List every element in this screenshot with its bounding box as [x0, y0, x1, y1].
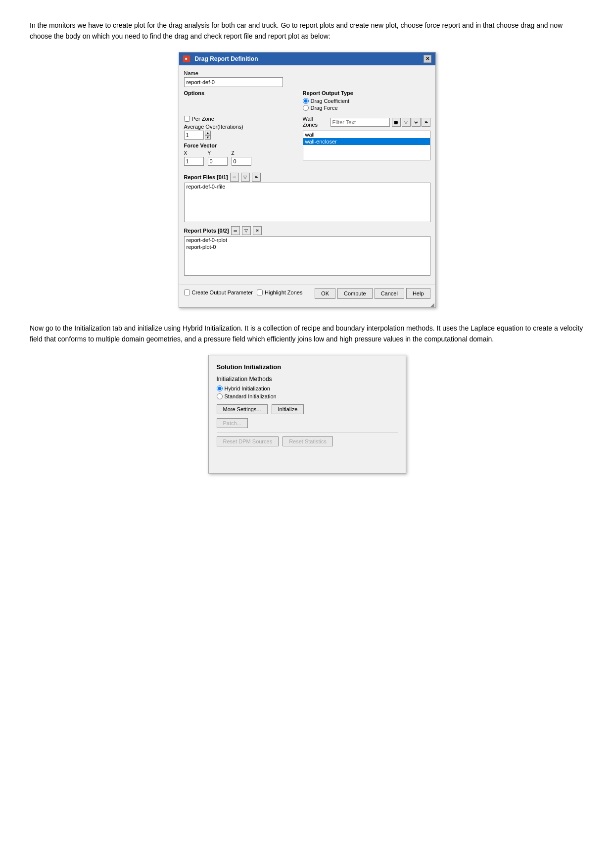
fv-y-label: Y: [208, 150, 228, 156]
avg-input[interactable]: [184, 131, 204, 140]
reset-row: Reset DPM Sources Reset Statistics: [217, 436, 398, 446]
report-files-add-btn[interactable]: ═: [230, 173, 239, 182]
per-zone-label: Per Zone: [192, 116, 214, 122]
wall-item[interactable]: wall: [303, 131, 430, 138]
dialog-body: Name Options Report Output Type Drag Coe…: [179, 65, 435, 285]
patch-button[interactable]: Patch...: [217, 418, 248, 428]
highlight-zones-checkbox[interactable]: [257, 289, 263, 295]
report-plots-add-btn[interactable]: ═: [231, 226, 240, 235]
init-methods-label: Initialization Methods: [217, 376, 398, 383]
report-files-section: Report Files [0/1] ═ ▽ ✕̶ report-def-0-r…: [184, 173, 430, 222]
per-zone-checkbox-row: Per Zone: [184, 116, 293, 122]
highlight-zones-label: Highlight Zones: [265, 289, 302, 295]
fv-z-label: Z: [232, 150, 251, 156]
name-label: Name: [184, 70, 430, 76]
drag-coefficient-radio[interactable]: [303, 98, 309, 104]
hybrid-radio[interactable]: [217, 386, 223, 391]
per-zone-checkbox[interactable]: [184, 116, 190, 122]
cancel-button[interactable]: Cancel: [375, 288, 404, 299]
fv-z-input[interactable]: [232, 157, 251, 166]
drag-dialog-container: ■ Drag Report Definition ✕ Name Options …: [30, 52, 584, 308]
report-plots-header: Report Plots [0/2] ═ ▽ ✕̶: [184, 226, 430, 235]
more-settings-row: More Settings... Initialize: [217, 404, 398, 414]
fv-z-col: Z: [232, 150, 251, 166]
report-plots-clear-btn[interactable]: ✕̶: [253, 226, 262, 235]
force-vector-row: X Y Z: [184, 150, 293, 166]
filter-clear-icon[interactable]: ✕̶: [422, 118, 430, 127]
sol-init-container: Solution Initialization Initialization M…: [30, 355, 584, 474]
fv-y-col: Y: [208, 150, 228, 166]
sol-divider: [217, 432, 398, 433]
filter-pin-icon[interactable]: ■̶: [392, 118, 401, 127]
fv-x-col: X: [184, 150, 204, 166]
fv-x-input[interactable]: [184, 157, 204, 166]
titlebar-left: ■ Drag Report Definition: [183, 55, 258, 62]
dialog-titlebar: ■ Drag Report Definition ✕: [179, 52, 435, 65]
close-button[interactable]: ✕: [424, 55, 431, 63]
wall-encloser-item[interactable]: wall-encloser: [303, 138, 430, 145]
dialog-icon: ■: [183, 55, 190, 62]
report-files-filter-btn[interactable]: ▽: [241, 173, 250, 182]
drag-coefficient-radio-row: Drag Coefficient: [303, 98, 430, 104]
dialog-footer: Create Output Parameter Highlight Zones …: [179, 285, 435, 302]
wall-zones-right: Wall Zones ■̶ ▽ ▽̶ ✕̶ wall wall-encloser: [303, 116, 430, 169]
spinner-arrows[interactable]: ▲ ▼: [205, 131, 211, 140]
footer-right: OK Compute Cancel Help: [315, 288, 430, 299]
initialize-button[interactable]: Initialize: [272, 404, 304, 414]
drag-coefficient-label: Drag Coefficient: [311, 98, 350, 104]
standard-radio-row: Standard Initialization: [217, 393, 398, 399]
right-col: Report Output Type Drag Coefficient Drag…: [303, 90, 430, 112]
standard-label: Standard Initialization: [225, 393, 277, 399]
fv-y-input[interactable]: [208, 157, 228, 166]
force-vector-label: Force Vector: [184, 143, 293, 148]
ok-button[interactable]: OK: [315, 288, 335, 299]
drag-force-radio[interactable]: [303, 105, 309, 111]
wall-zones-listbox[interactable]: wall wall-encloser: [303, 131, 430, 160]
footer-left: Create Output Parameter Highlight Zones: [184, 289, 303, 297]
report-files-header: Report Files [0/1] ═ ▽ ✕̶: [184, 173, 430, 182]
report-file-item[interactable]: report-def-0-rfile: [185, 183, 430, 190]
sol-init-title: Solution Initialization: [217, 363, 398, 371]
create-output-row: Create Output Parameter: [184, 289, 253, 295]
resize-handle[interactable]: ◢: [179, 302, 435, 307]
spinner-up[interactable]: ▲: [205, 131, 211, 135]
reset-statistics-button[interactable]: Reset Statistics: [283, 436, 333, 446]
drag-force-radio-row: Drag Force: [303, 105, 430, 111]
avg-over-label: Average Over(Iterations): [184, 124, 293, 130]
compute-button[interactable]: Compute: [337, 288, 373, 299]
left-col: Options: [184, 90, 293, 112]
report-output-label: Report Output Type: [303, 90, 430, 96]
report-plots-label: Report Plots [0/2]: [184, 228, 229, 234]
options-row: Options Report Output Type Drag Coeffici…: [184, 90, 430, 112]
bottom-spacer: [217, 450, 398, 465]
create-output-checkbox[interactable]: [184, 289, 190, 295]
highlight-zones-row: Highlight Zones: [257, 289, 302, 295]
filter-down-icon[interactable]: ▽: [402, 118, 411, 127]
report-plot-item2[interactable]: report-plot-0: [185, 243, 430, 250]
help-button[interactable]: Help: [406, 288, 430, 299]
report-files-listbox[interactable]: report-def-0-rfile: [184, 183, 430, 222]
hybrid-radio-row: Hybrid Initialization: [217, 386, 398, 391]
report-plots-filter-btn[interactable]: ▽: [242, 226, 251, 235]
more-settings-button[interactable]: More Settings...: [217, 404, 268, 414]
report-plot-item1[interactable]: report-def-0-rplot: [185, 237, 430, 243]
wall-zones-filter[interactable]: [331, 118, 390, 127]
per-zone-row: Per Zone Average Over(Iterations) ▲ ▼ Fo…: [184, 116, 430, 169]
patch-row: Patch...: [217, 418, 398, 428]
drag-force-label: Drag Force: [311, 105, 338, 111]
report-files-clear-btn[interactable]: ✕̶: [252, 173, 261, 182]
avg-spinner: ▲ ▼: [184, 131, 293, 140]
filter-deselect-icon[interactable]: ▽̶: [412, 118, 421, 127]
fv-x-label: X: [184, 150, 204, 156]
report-plots-section: Report Plots [0/2] ═ ▽ ✕̶ report-def-0-r…: [184, 226, 430, 276]
standard-radio[interactable]: [217, 393, 223, 399]
hybrid-label: Hybrid Initialization: [225, 386, 270, 391]
report-plots-listbox[interactable]: report-def-0-rplot report-plot-0: [184, 236, 430, 276]
filter-icons: ■̶ ▽ ▽̶ ✕̶: [392, 118, 430, 127]
reset-dpm-button[interactable]: Reset DPM Sources: [217, 436, 279, 446]
spinner-down[interactable]: ▼: [205, 135, 211, 140]
name-input[interactable]: [184, 77, 283, 87]
report-files-label: Report Files [0/1]: [184, 174, 228, 180]
options-label: Options: [184, 90, 293, 96]
dialog-title: Drag Report Definition: [195, 55, 258, 62]
